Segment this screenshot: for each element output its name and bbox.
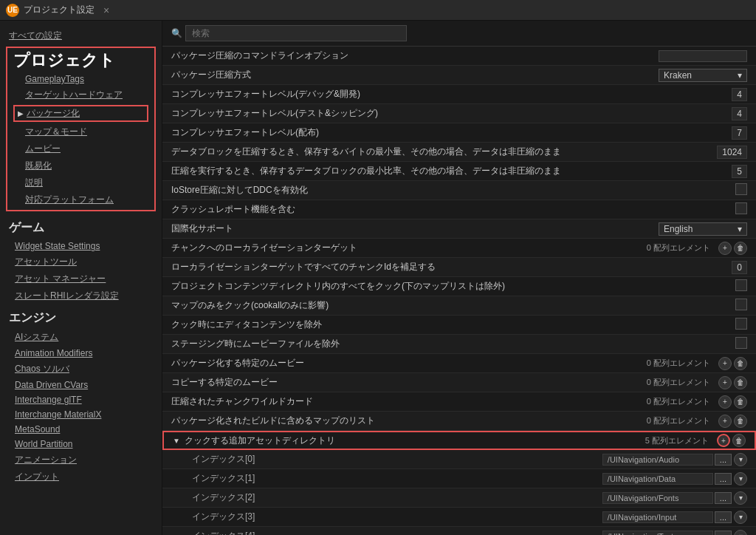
sidebar-item-maps-modes[interactable]: マップ＆モード (10, 123, 151, 140)
sidebar-item-metasound[interactable]: MetaSound (0, 422, 162, 437)
path-ellipsis-button-1[interactable]: ... (715, 473, 732, 485)
row-label: ▼ クックする追加アセットディレクトリ (173, 435, 645, 447)
search-input[interactable] (185, 25, 407, 41)
sidebar-item-gameplaytags[interactable]: GameplayTags (10, 72, 151, 86)
sidebar-item-packaging-label: パッケージ化 (27, 107, 80, 120)
sidebar-item-simplification[interactable]: 既易化 (10, 157, 151, 174)
exclude-movies-checkbox[interactable] (735, 337, 747, 349)
min-bytes-value[interactable]: 1024 (717, 146, 747, 159)
iostore-ddc-checkbox[interactable] (735, 183, 747, 195)
sidebar-item-description[interactable]: 説明 (10, 174, 151, 191)
row-value: 0 (659, 262, 747, 273)
expand-arrow-icon[interactable]: ▼ (173, 437, 180, 445)
expand-path-button-2[interactable]: ▾ (734, 491, 747, 505)
close-button[interactable]: × (103, 4, 109, 16)
path-ellipsis-button-4[interactable]: ... (715, 531, 732, 536)
table-row: 圧縮を実行するとき、保存するデータブロックの最小比率、その他の場合、データは非圧… (162, 162, 756, 181)
expand-path-button-3[interactable]: ▾ (734, 511, 747, 524)
expand-path-button-4[interactable]: ▾ (734, 530, 747, 536)
sidebar-item-chaos-solver[interactable]: Chaos ソルバ (0, 361, 162, 378)
sidebar-item-slate-rhi[interactable]: スレートRHIレンダラ設定 (0, 287, 162, 304)
row-value: 1024 (659, 147, 747, 157)
crash-report-checkbox[interactable] (735, 202, 747, 214)
path-value-1: /UINavigation/Data (602, 473, 713, 485)
sidebar-item-asset-manager[interactable]: アセット マネージャー (0, 270, 162, 287)
internationalization-dropdown[interactable]: English ▾ (659, 222, 747, 236)
row-value: 5 (659, 166, 747, 177)
cmd-options-input[interactable] (659, 50, 747, 62)
chunk-id-value[interactable]: 0 (732, 261, 747, 274)
row-value: English ▾ (659, 222, 747, 236)
array-count: 0 配列エレメント (647, 242, 710, 253)
array-count: 5 配列エレメント (645, 435, 709, 446)
row-label: パッケージ化する特定のムービー (171, 357, 647, 369)
expand-path-button-0[interactable]: ▾ (734, 453, 747, 466)
add-element-button[interactable]: + (717, 434, 730, 447)
delete-element-button[interactable]: 🗑 (732, 434, 746, 447)
row-label: コンプレッサエフォートレベル(デバッグ&開発) (171, 88, 659, 100)
table-row: IoStore圧縮に対してDDCを有効化 (162, 181, 756, 200)
sidebar-item-widget-state[interactable]: Widget State Settings (0, 239, 162, 253)
sidebar-item-movies[interactable]: ムービー (10, 140, 151, 157)
settings-table: パッケージ圧縮のコマンドラインオプション パッケージ圧縮方式 Kraken ▾ … (162, 47, 756, 535)
add-element-button[interactable]: + (718, 376, 732, 389)
path-ellipsis-button-0[interactable]: ... (715, 454, 732, 466)
add-element-button[interactable]: + (718, 242, 732, 255)
add-element-button[interactable]: + (718, 357, 732, 370)
cook-maps-only-checkbox[interactable] (735, 299, 747, 310)
arrow-icon: ▶ (18, 109, 24, 117)
add-element-button[interactable]: + (718, 395, 732, 409)
min-ratio-value[interactable]: 5 (732, 165, 747, 178)
compression-method-dropdown[interactable]: Kraken ▾ (659, 69, 747, 82)
sidebar-item-asset-tools[interactable]: アセットツール (0, 253, 162, 270)
row-value: 0 配列エレメント + 🗑 (647, 395, 747, 409)
sidebar-item-input[interactable]: インプット (0, 468, 162, 485)
sub-row-label: インデックス[4] (192, 530, 602, 535)
effort-dist-value[interactable]: 7 (732, 126, 747, 140)
sidebar-item-animation-modifiers[interactable]: Animation Modifiers (0, 346, 162, 361)
row-label: コンプレッサエフォートレベル(配布) (171, 126, 659, 139)
sidebar-item-world-partition[interactable]: World Partition (0, 437, 162, 451)
sidebar-item-platforms[interactable]: 対応プラットフォーム (10, 191, 151, 208)
sub-row-value: /UINavigation/Textures ... ▾ (602, 530, 747, 536)
row-value: 4 (659, 89, 747, 100)
table-row: チャンクへのローカライゼーションターゲット 0 配列エレメント + 🗑 (162, 239, 756, 258)
effort-debug-value[interactable]: 4 (732, 88, 747, 101)
sidebar-item-animation[interactable]: アニメーション (0, 451, 162, 468)
sidebar-item-interchange-gltf[interactable]: Interchange glTF (0, 392, 162, 407)
sub-row-value: /UINavigation/Input ... ▾ (602, 511, 747, 524)
exclude-editor-content-checkbox[interactable] (735, 318, 747, 330)
sidebar-item-ai-system[interactable]: AIシステム (0, 329, 162, 346)
sidebar-item-data-driven-cvars[interactable]: Data Driven CVars (0, 378, 162, 392)
sidebar-item-packaging[interactable]: ▶ パッケージ化 (13, 105, 148, 122)
sidebar-item-interchange-materialx[interactable]: Interchange MaterialX (0, 407, 162, 422)
path-ellipsis-button-2[interactable]: ... (715, 492, 732, 504)
main-layout: すべての設定 プロジェクト GameplayTags ターゲットハードウェア ▶… (0, 21, 756, 535)
delete-element-button[interactable]: 🗑 (734, 242, 747, 255)
array-count: 0 配列エレメント (647, 415, 710, 426)
effort-test-value[interactable]: 4 (732, 107, 747, 120)
path-ellipsis-button-3[interactable]: ... (715, 511, 732, 523)
table-row: コンプレッサエフォートレベル(配布) 7 (162, 123, 756, 143)
all-settings-link[interactable]: すべての設定 (0, 27, 162, 45)
delete-element-button[interactable]: 🗑 (734, 357, 747, 370)
table-row-sub: インデックス[3] /UINavigation/Input ... ▾ (162, 508, 756, 527)
row-value: 4 (659, 109, 747, 119)
delete-element-button[interactable]: 🗑 (734, 395, 747, 409)
row-value (659, 299, 747, 313)
table-row: マップのみをクック(cookallのみに影響) (162, 296, 756, 316)
row-value: 5 配列エレメント + 🗑 (645, 434, 746, 447)
title-bar: UE プロジェクト設定 × (0, 0, 756, 21)
row-label: コンプレッサエフォートレベル(テスト&シッピング) (171, 107, 659, 120)
cook-all-checkbox[interactable] (735, 279, 747, 291)
search-bar: 🔍 (162, 21, 756, 47)
delete-element-button[interactable]: 🗑 (734, 376, 747, 389)
delete-element-button[interactable]: 🗑 (734, 415, 747, 428)
add-element-button[interactable]: + (718, 415, 732, 428)
expand-path-button-1[interactable]: ▾ (734, 472, 747, 485)
sidebar-item-target-hardware[interactable]: ターゲットハードウェア (10, 86, 151, 103)
table-row: クック時にエディタコンテンツを除外 (162, 316, 756, 335)
row-value: 0 配列エレメント + 🗑 (647, 415, 747, 428)
path-value-2: /UINavigation/Fonts (602, 492, 713, 504)
sidebar: すべての設定 プロジェクト GameplayTags ターゲットハードウェア ▶… (0, 21, 162, 535)
